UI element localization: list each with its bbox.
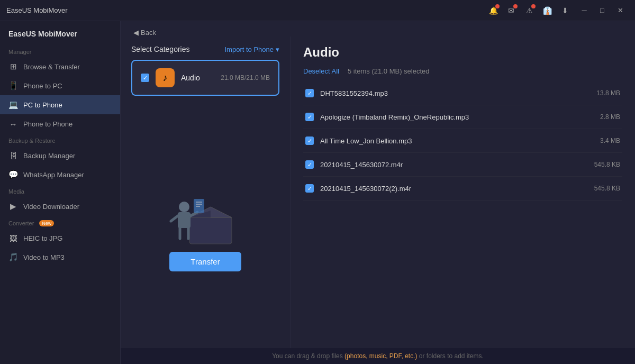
file-item[interactable]: ✓ Apologize (Timbaland Remix)_OneRepubli… (303, 105, 622, 129)
phone-to-phone-label: Phone to Phone (23, 120, 72, 128)
content-body: Select Categories Import to Phone ▾ ✓ ♪ … (121, 37, 635, 348)
file-name-3: 20210415_145630072.m4r (320, 161, 588, 169)
section-backup: Backup & Restore (0, 133, 120, 146)
file-size-1: 2.8 MB (600, 113, 620, 121)
svg-rect-4 (178, 212, 190, 228)
browse-transfer-icon: ⊞ (8, 62, 18, 71)
import-to-phone-label: Import to Phone (225, 46, 274, 53)
window-controls: ─ □ ✕ (576, 3, 629, 18)
audio-icon: ♪ (156, 68, 175, 87)
selected-count: 5 items (21.0 MB) selected (348, 67, 430, 75)
heic-icon: 🖼 (8, 233, 18, 243)
sidebar-item-video-to-mp3[interactable]: 🎵 Video to MP3 (0, 248, 120, 267)
new-badge: New (39, 220, 54, 226)
import-to-phone-button[interactable]: Import to Phone ▾ (225, 46, 280, 53)
file-size-4: 545.8 KB (594, 185, 620, 192)
sidebar-item-phone-to-phone[interactable]: ↔ Phone to Phone (0, 114, 120, 133)
audio-checkbox[interactable]: ✓ (141, 74, 149, 82)
browse-transfer-label: Browse & Transfer (23, 63, 80, 71)
backup-manager-icon: 🗄 (8, 151, 18, 160)
section-converter: Converter New (0, 216, 120, 229)
file-checkbox-0[interactable]: ✓ (305, 89, 314, 97)
svg-rect-0 (189, 217, 232, 244)
file-item[interactable]: ✓ 20210415_145630072.m4r 545.8 KB (303, 153, 622, 177)
title-bar-icons: 🔔 ✉ ⚠ 👔 ⬇ ─ □ ✕ (486, 3, 629, 18)
alert-icon[interactable]: ⚠ (522, 3, 537, 18)
import-dropdown-icon: ▾ (276, 46, 279, 53)
notification-icon[interactable]: 🔔 (486, 3, 501, 18)
sidebar-item-video-downloader[interactable]: ▶ Video Downloader (0, 197, 120, 216)
bottom-bar-text: You can drag & drop files (272, 352, 344, 360)
svg-rect-9 (194, 199, 204, 213)
messages-icon[interactable]: ✉ (504, 3, 519, 18)
video-to-mp3-label: Video to MP3 (23, 253, 65, 261)
file-name-2: All Time Low_Jon Bellion.mp3 (320, 137, 594, 145)
file-panel-toolbar: Deselect All 5 items (21.0 MB) selected (303, 67, 622, 75)
top-bar: ◀ Back (121, 21, 635, 37)
file-checkbox-3[interactable]: ✓ (305, 160, 314, 169)
file-name-0: DHT5831552394.mp3 (320, 89, 590, 97)
close-button[interactable]: ✕ (612, 3, 629, 18)
category-audio-item[interactable]: ✓ ♪ Audio 21.0 MB/21.0 MB (131, 60, 279, 96)
heic-to-jpg-label: HEIC to JPG (23, 234, 62, 242)
sidebar: EaseUS MobiMover Manager ⊞ Browse & Tran… (0, 21, 121, 364)
illustration-area: Transfer (131, 101, 279, 348)
file-item[interactable]: ✓ 20210415_145630072(2).m4r 545.8 KB (303, 177, 622, 201)
title-bar: EaseUS MobiMover 🔔 ✉ ⚠ 👔 ⬇ ─ □ ✕ (0, 0, 635, 21)
bottom-bar-highlight: (photos, music, PDF, etc.) (344, 352, 417, 360)
bottom-bar-text-after: or folders to add items. (417, 352, 483, 360)
section-manager: Manager (0, 44, 120, 57)
hanger-icon[interactable]: 👔 (540, 3, 555, 18)
audio-category-name: Audio (181, 74, 200, 82)
file-checkbox-1[interactable]: ✓ (305, 113, 314, 121)
file-size-0: 13.8 MB (596, 89, 620, 97)
transfer-illustration (158, 178, 253, 247)
backup-manager-label: Backup Manager (23, 152, 75, 160)
dropdown-icon[interactable]: ⬇ (558, 3, 573, 18)
file-name-1: Apologize (Timbaland Remix)_OneRepublic.… (320, 113, 594, 121)
sidebar-item-browse-transfer[interactable]: ⊞ Browse & Transfer (0, 57, 120, 76)
back-arrow-icon: ◀ (133, 29, 139, 37)
file-list: ✓ DHT5831552394.mp3 13.8 MB ✓ Apologize … (303, 81, 622, 340)
file-checkbox-4[interactable]: ✓ (305, 184, 314, 193)
phone-to-pc-icon: 📱 (8, 81, 18, 90)
audio-category-size: 21.0 MB/21.0 MB (221, 74, 270, 81)
file-item[interactable]: ✓ All Time Low_Jon Bellion.mp3 3.4 MB (303, 129, 622, 153)
file-checkbox-2[interactable]: ✓ (305, 136, 314, 145)
file-size-3: 545.8 KB (594, 161, 620, 168)
sidebar-item-heic-to-jpg[interactable]: 🖼 HEIC to JPG (0, 229, 120, 248)
sidebar-item-phone-to-pc[interactable]: 📱 Phone to PC (0, 76, 120, 95)
whatsapp-manager-label: WhatsApp Manager (23, 171, 84, 179)
main-layout: EaseUS MobiMover Manager ⊞ Browse & Tran… (0, 21, 635, 364)
content-area: ◀ Back Select Categories Import to Phone… (121, 21, 635, 364)
app-title: EaseUS MobiMover (6, 6, 68, 14)
sidebar-item-backup-manager[interactable]: 🗄 Backup Manager (0, 146, 120, 165)
video-downloader-label: Video Downloader (23, 203, 79, 211)
phone-to-phone-icon: ↔ (8, 119, 18, 129)
pc-to-phone-icon: 💻 (8, 100, 18, 110)
whatsapp-icon: 💬 (8, 170, 18, 179)
svg-line-5 (171, 216, 178, 221)
file-item[interactable]: ✓ DHT5831552394.mp3 13.8 MB (303, 81, 622, 105)
sidebar-item-whatsapp-manager[interactable]: 💬 WhatsApp Manager (0, 165, 120, 184)
transfer-button[interactable]: Transfer (169, 252, 241, 271)
video-to-mp3-icon: 🎵 (8, 252, 18, 262)
categories-title: Select Categories (131, 45, 190, 53)
categories-panel: Select Categories Import to Phone ▾ ✓ ♪ … (121, 37, 290, 348)
back-label: Back (141, 29, 156, 37)
sidebar-item-pc-to-phone[interactable]: 💻 PC to Phone (0, 95, 120, 114)
minimize-button[interactable]: ─ (576, 3, 593, 18)
maximize-button[interactable]: □ (594, 3, 611, 18)
video-downloader-icon: ▶ (8, 202, 18, 211)
back-button[interactable]: ◀ Back (133, 29, 156, 37)
deselect-all-button[interactable]: Deselect All (303, 67, 339, 75)
phone-to-pc-label: Phone to PC (23, 82, 62, 90)
file-name-4: 20210415_145630072(2).m4r (320, 185, 588, 193)
bottom-bar: You can drag & drop files (photos, music… (121, 348, 635, 364)
pc-to-phone-label: PC to Phone (23, 101, 62, 109)
categories-header: Select Categories Import to Phone ▾ (131, 37, 279, 60)
section-media: Media (0, 184, 120, 197)
file-size-2: 3.4 MB (600, 137, 620, 144)
app-logo: EaseUS MobiMover (0, 21, 120, 44)
svg-point-3 (179, 202, 189, 212)
